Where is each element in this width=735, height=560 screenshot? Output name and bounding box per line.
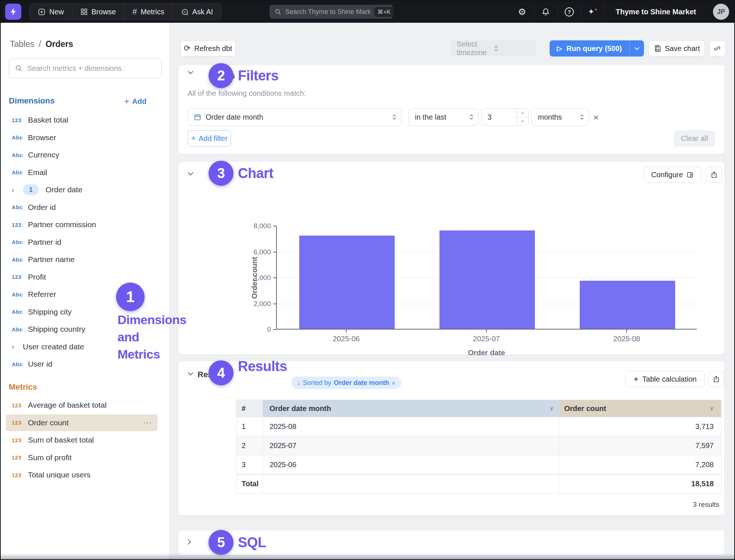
global-search[interactable]: ⌘+K: [269, 5, 393, 19]
chevron-down-icon[interactable]: [188, 71, 193, 74]
column-header-order-count[interactable]: Order count∨: [559, 400, 721, 417]
stepper-down-icon[interactable]: ∨: [517, 117, 528, 126]
bar-chart-plot[interactable]: [276, 226, 697, 330]
number-stepper[interactable]: ∧ ∨: [517, 109, 528, 126]
notifications-button[interactable]: [534, 4, 557, 19]
sidebar-item-label: Profit: [28, 273, 46, 281]
bar-2025-06[interactable]: [299, 236, 395, 329]
number-type-icon: 123: [12, 222, 28, 228]
results-table[interactable]: #Order date month∨Order count∨12025-083,…: [236, 400, 721, 494]
table-row[interactable]: 32025-067,208: [236, 455, 721, 474]
bar-2025-08[interactable]: [580, 281, 675, 329]
chevron-down-icon[interactable]: [188, 372, 193, 376]
sidebar-item-label: Browser: [28, 133, 56, 142]
column-header-label: Order count: [564, 404, 606, 413]
help-button[interactable]: ?: [557, 4, 581, 19]
ai-sparkles-button[interactable]: ✦✧: [581, 4, 604, 19]
nav-browse-button[interactable]: Browse: [72, 4, 124, 19]
y-tick-label: 8,000: [231, 222, 271, 230]
play-icon: ▷: [557, 44, 562, 52]
y-tick-mark: [273, 329, 276, 330]
filter-value-input[interactable]: 3 ∧ ∨: [481, 108, 529, 126]
stepper-up-icon[interactable]: ∧: [517, 109, 528, 117]
fields-search-input[interactable]: [27, 64, 155, 73]
fields-search[interactable]: [9, 58, 162, 78]
nav-ask-ai-button[interactable]: Ask AI: [172, 4, 221, 19]
add-filter-button[interactable]: + Add filter: [188, 130, 231, 146]
top-navbar: New Browse # Metrics Ask AI: [1, 1, 734, 23]
number-type-icon: 123: [12, 117, 28, 123]
filter-operator-select[interactable]: in the last: [409, 108, 478, 126]
chevron-down-icon: ∨: [392, 380, 395, 386]
sidebar-metric-order-count[interactable]: 123Order count⋯: [6, 414, 158, 431]
nav-new-button[interactable]: New: [30, 4, 72, 19]
sidebar-item-order-id[interactable]: AbcOrder id: [6, 199, 158, 216]
bar-2025-07[interactable]: [439, 230, 535, 329]
save-chart-button[interactable]: Save chart: [649, 40, 705, 57]
chevron-down-icon[interactable]: [188, 172, 193, 176]
global-search-input[interactable]: [285, 8, 370, 16]
sidebar-item-partner-name[interactable]: AbcPartner name: [6, 251, 158, 268]
run-query-dropdown-button[interactable]: [629, 40, 644, 57]
column-header-order-date-month[interactable]: Order date month∨: [263, 400, 559, 417]
sidebar-item-browser[interactable]: AbcBrowser: [6, 129, 158, 146]
sidebar-item-order-date[interactable]: ›1Order date: [6, 181, 158, 198]
settings-button[interactable]: ⚙: [510, 4, 534, 19]
x-tick-label: 2025-07: [457, 335, 516, 343]
sidebar-metric-sum-of-profit[interactable]: 123Sum of profit: [6, 449, 158, 466]
add-dimension-button[interactable]: + Add: [124, 96, 146, 106]
main-nav: New Browse # Metrics Ask AI: [29, 4, 221, 20]
sidebar-metric-average-of-basket-total[interactable]: 123Average of basket total: [6, 397, 158, 414]
table-calculation-button[interactable]: + Table calculation: [625, 371, 705, 387]
chevron-updown-icon: [392, 114, 397, 120]
sidebar-item-profit[interactable]: 123Profit: [6, 269, 158, 286]
sidebar-item-label: Basket total: [28, 116, 68, 124]
breadcrumb-tables-link[interactable]: Tables: [10, 39, 34, 49]
export-results-button[interactable]: [708, 371, 724, 387]
add-filter-label: Add filter: [199, 134, 228, 143]
sidebar-item-label: User created date: [23, 342, 84, 351]
chevron-right-icon[interactable]: [188, 539, 191, 545]
run-query-label: Run query (500): [566, 44, 622, 53]
run-query-button[interactable]: ▷ Run query (500): [550, 40, 629, 57]
sidebar-item-partner-commission[interactable]: 123Partner commission: [6, 216, 158, 233]
plus-icon: +: [634, 374, 639, 384]
clear-all-button[interactable]: Clear all: [674, 130, 715, 146]
sidebar-metric-sum-of-basket-total[interactable]: 123Sum of basket total: [6, 432, 158, 448]
copy-link-button[interactable]: [709, 40, 725, 57]
export-chart-button[interactable]: [706, 167, 722, 183]
annotation-label-5: SQL: [238, 535, 266, 550]
count-cell: 3,713: [559, 417, 721, 436]
table-total-row: Total18,518: [236, 474, 721, 493]
filter-field-select[interactable]: Order date month: [188, 108, 401, 126]
sidebar-item-partner-id[interactable]: AbcPartner id: [6, 234, 158, 251]
sidebar-item-currency[interactable]: AbcCurrency: [6, 146, 158, 163]
total-empty-cell: [263, 474, 559, 493]
refresh-dbt-button[interactable]: ⟳ Refresh dbt: [180, 40, 236, 57]
table-row[interactable]: 12025-083,713: [236, 417, 721, 436]
search-shortcut-badge: ⌘+K: [374, 7, 394, 17]
table-row[interactable]: 22025-077,597: [236, 436, 721, 455]
chevron-updown-icon: [580, 114, 584, 120]
remove-filter-button[interactable]: ×: [593, 112, 599, 123]
sidebar-item-label: Order count: [28, 418, 69, 427]
nav-metrics-button[interactable]: # Metrics: [124, 4, 173, 19]
org-switcher[interactable]: Thyme to Shine Market: [604, 4, 707, 19]
configure-button[interactable]: Configure: [644, 167, 701, 183]
sidebar-item-basket-total[interactable]: 123Basket total: [6, 112, 158, 128]
number-type-icon: 123: [12, 419, 28, 426]
sidebar-metric-total-unique-users[interactable]: 123Total unique users: [6, 466, 158, 483]
user-avatar[interactable]: JP: [713, 4, 729, 20]
chevron-updown-icon: [469, 114, 474, 120]
item-menu-icon[interactable]: ⋯: [143, 418, 152, 428]
timezone-select[interactable]: Select timezone: [451, 40, 536, 57]
app-logo[interactable]: [5, 4, 21, 20]
sorted-by-chip[interactable]: ↓ Sorted by Order date month ∨: [291, 377, 401, 389]
sort-arrow-icon: ↓: [297, 379, 300, 387]
link-icon: [714, 45, 721, 52]
filter-unit-select[interactable]: months: [532, 108, 589, 126]
sidebar-item-email[interactable]: AbcEmail: [6, 164, 158, 181]
x-tick-mark: [626, 330, 627, 332]
row-number-cell: 1: [236, 417, 263, 436]
y-tick-mark: [273, 277, 276, 278]
